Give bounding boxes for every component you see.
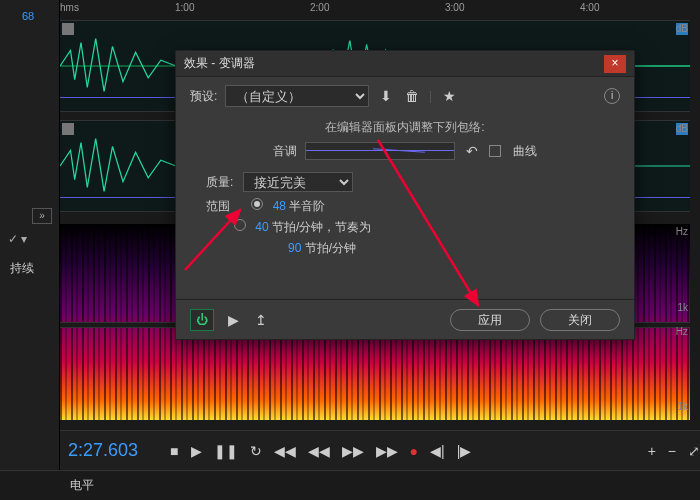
save-preset-icon[interactable]: ⬇ <box>377 88 395 104</box>
check-dropdown[interactable]: ✓ ▾ <box>8 232 27 246</box>
dialog-titlebar[interactable]: 效果 - 变调器 × <box>176 51 634 77</box>
export-icon[interactable]: ↥ <box>252 312 270 328</box>
bpm-label: 节拍/分钟，节奏为 <box>272 220 371 234</box>
db-label: dB <box>676 23 688 34</box>
pause-button[interactable]: ❚❚ <box>214 443 238 459</box>
power-button[interactable]: ⏻ <box>190 309 214 331</box>
range-radio-semitones[interactable] <box>251 198 263 210</box>
skip-back-button[interactable]: ◀| <box>430 443 445 459</box>
expand-button[interactable]: » <box>32 208 52 224</box>
next-button[interactable]: ▶▶ <box>376 443 398 459</box>
ruler-tick: 3:00 <box>445 2 464 13</box>
record-button[interactable]: ● <box>410 443 418 459</box>
quality-select[interactable]: 接近完美 <box>243 172 353 192</box>
quality-label: 质量: <box>206 174 233 191</box>
stop-button[interactable]: ■ <box>170 443 178 459</box>
range-radio-bpm[interactable] <box>234 219 246 231</box>
hz-label: Hz <box>676 326 688 337</box>
pitch-label: 音调 <box>273 143 297 160</box>
hz-label: Hz <box>676 226 688 237</box>
loop-button[interactable]: ↻ <box>250 443 262 459</box>
db-label: dB <box>676 123 688 134</box>
transport-bar: 2:27.603 ■ ▶ ❚❚ ↻ ◀◀ ◀◀ ▶▶ ▶▶ ● ◀| |▶ + … <box>60 430 700 470</box>
ruler-tick: 1:00 <box>175 2 194 13</box>
ruler-hms: hms <box>60 2 79 13</box>
undo-icon[interactable]: ↶ <box>463 143 481 159</box>
pitch-shifter-dialog: 效果 - 变调器 × 预设: （自定义） ⬇ 🗑 | ★ i 在编辑器面板内调整… <box>175 50 635 340</box>
left-panel-label: 持续 <box>10 260 34 277</box>
left-panel-value: 68 <box>22 10 34 22</box>
quality-row: 质量: 接近完美 <box>176 170 634 194</box>
trash-icon[interactable]: 🗑 <box>403 88 421 104</box>
zoom-fit-button[interactable]: ⤢ <box>688 443 700 459</box>
bpm2-label: 节拍/分钟 <box>305 241 356 255</box>
zoom-in-button[interactable]: + <box>648 443 656 459</box>
bpm2-value[interactable]: 90 <box>288 241 301 255</box>
envelope-section-label: 在编辑器面板内调整下列包络: <box>176 115 634 136</box>
curve-label: 曲线 <box>513 143 537 160</box>
preview-play-icon[interactable]: ▶ <box>224 312 242 328</box>
timeline-ruler: hms 1:00 2:00 3:00 4:00 <box>60 0 690 20</box>
semitones-label: 半音阶 <box>289 199 325 213</box>
track-marker-left[interactable] <box>62 23 74 35</box>
info-icon[interactable]: i <box>604 88 620 104</box>
timecode[interactable]: 2:27.603 <box>68 440 138 461</box>
range-label: 范围 <box>206 199 230 213</box>
play-button[interactable]: ▶ <box>191 443 202 459</box>
apply-button[interactable]: 应用 <box>450 309 530 331</box>
dialog-title: 效果 - 变调器 <box>184 55 604 72</box>
hz-tick: 1k <box>677 401 688 412</box>
range-row: 范围 48 半音阶 <box>176 194 634 215</box>
left-panel: 68 » ✓ ▾ 持续 <box>0 0 60 500</box>
hz-tick: 1k <box>677 302 688 313</box>
skip-fwd-button[interactable]: |▶ <box>457 443 472 459</box>
ruler-tick: 2:00 <box>310 2 329 13</box>
ruler-tick: 4:00 <box>580 2 599 13</box>
status-bar: 电平 <box>0 470 700 500</box>
zoom-out-button[interactable]: − <box>668 443 676 459</box>
curve-checkbox[interactable] <box>489 145 501 157</box>
semitones-value[interactable]: 48 <box>273 199 286 213</box>
close-button[interactable]: 关闭 <box>540 309 620 331</box>
track-marker-left[interactable] <box>62 123 74 135</box>
bpm-value[interactable]: 40 <box>255 220 268 234</box>
bpm2-row: 90 节拍/分钟 <box>176 236 634 257</box>
level-label: 电平 <box>70 477 94 494</box>
preset-label: 预设: <box>190 88 217 105</box>
pitch-row: 音调 ↶ 曲线 <box>176 136 634 170</box>
pitch-envelope-track[interactable] <box>305 142 455 160</box>
preset-row: 预设: （自定义） ⬇ 🗑 | ★ i <box>176 77 634 115</box>
bpm-row: 40 节拍/分钟，节奏为 <box>176 215 634 236</box>
rewind-button[interactable]: ◀◀ <box>308 443 330 459</box>
forward-button[interactable]: ▶▶ <box>342 443 364 459</box>
close-icon[interactable]: × <box>604 55 626 73</box>
star-icon[interactable]: ★ <box>440 88 458 104</box>
dialog-bottom-bar: ⏻ ▶ ↥ 应用 关闭 <box>176 299 634 339</box>
preset-select[interactable]: （自定义） <box>225 85 369 107</box>
prev-button[interactable]: ◀◀ <box>274 443 296 459</box>
